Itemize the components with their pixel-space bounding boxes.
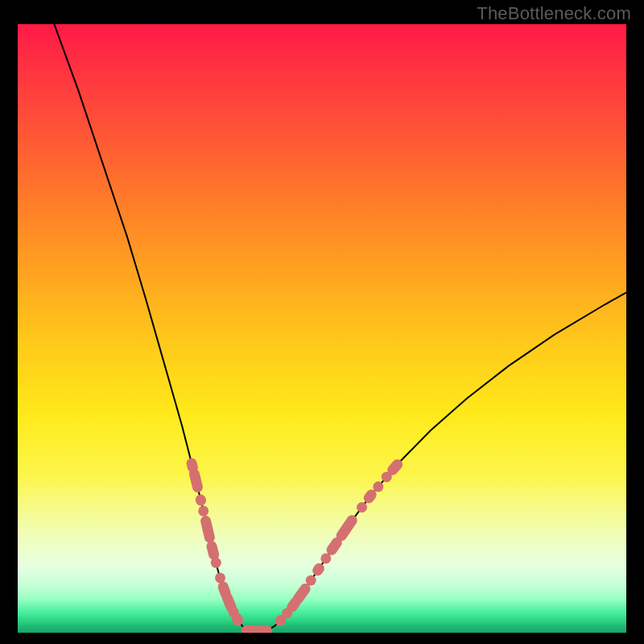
marker-group	[185, 457, 405, 633]
watermark-text: TheBottleneck.com	[477, 3, 631, 24]
right-curve	[268, 292, 626, 630]
marker-dot	[198, 506, 208, 516]
plot-frame	[18, 24, 626, 633]
marker-dot	[357, 502, 367, 513]
marker-capsule	[194, 493, 207, 507]
marker-dot	[211, 558, 221, 568]
chart-container: TheBottleneck.com	[0, 0, 644, 644]
marker-dot	[306, 575, 316, 585]
curve-layer	[18, 24, 626, 633]
marker-dot	[320, 553, 331, 564]
marker-dot	[373, 481, 383, 492]
marker-capsule	[334, 513, 359, 543]
marker-capsule	[188, 468, 204, 493]
marker-capsule	[200, 514, 216, 543]
left-curve	[54, 24, 267, 632]
plot-area	[18, 24, 626, 633]
marker-capsule	[311, 561, 327, 578]
